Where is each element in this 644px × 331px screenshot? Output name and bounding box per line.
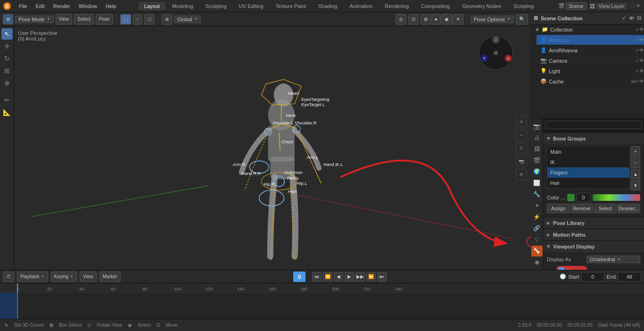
workspace-texture-paint[interactable]: Texture Paint bbox=[270, 2, 312, 10]
workspace-compositing[interactable]: Compositing bbox=[415, 2, 455, 10]
output-props-icon[interactable]: 🖨 bbox=[531, 132, 543, 143]
deselect-btn[interactable]: Deselec... bbox=[618, 204, 640, 213]
select-lasso-btn[interactable]: ◻ bbox=[144, 14, 155, 25]
keying-menu[interactable]: Keying ▼ bbox=[51, 272, 77, 282]
outliner-check-icon[interactable]: ✓ bbox=[622, 15, 626, 21]
transform-btn[interactable]: ⊕ bbox=[162, 14, 172, 25]
3d-viewport[interactable]: EyesTargeting EyeTarget.L Head Neck Shou… bbox=[14, 26, 531, 270]
group-hair[interactable]: Hair bbox=[547, 178, 629, 188]
global-dropdown[interactable]: Global bbox=[174, 16, 201, 23]
zoom-in-btn[interactable]: + bbox=[516, 116, 527, 127]
timeline-view-menu[interactable]: View bbox=[80, 272, 97, 282]
remove-btn[interactable]: Remove bbox=[570, 204, 593, 213]
assign-btn[interactable]: Assign bbox=[547, 204, 570, 213]
pose-library-header[interactable]: ▶ Pose Library bbox=[543, 217, 644, 229]
pose-mode-dropdown[interactable]: Pose Mode bbox=[15, 16, 54, 23]
transform-gizmo[interactable]: ⊕ bbox=[1, 77, 13, 89]
end-frame-input[interactable] bbox=[618, 272, 641, 281]
visible-btn[interactable]: 👁 bbox=[516, 169, 527, 180]
scene-selector[interactable]: Scene bbox=[566, 2, 587, 10]
particles-props-icon[interactable]: ✦ bbox=[531, 200, 543, 211]
move-up-btn[interactable]: ▲ bbox=[631, 169, 640, 179]
color-index-input[interactable]: 0 bbox=[577, 193, 591, 202]
cache-eye[interactable]: 👁 bbox=[639, 79, 644, 84]
jump-start-btn[interactable]: ⏮ bbox=[312, 272, 322, 281]
camera-btn[interactable]: 📷 bbox=[516, 156, 527, 167]
scale-tool[interactable]: ⊞ bbox=[1, 65, 13, 76]
select-btn[interactable]: Select bbox=[594, 204, 617, 213]
armrihanna-check[interactable]: ✓ bbox=[636, 48, 639, 53]
workspace-animation[interactable]: Animation bbox=[344, 2, 378, 10]
viewport-display-header[interactable]: ▶ Viewport Display bbox=[543, 241, 644, 252]
step-forward-btn[interactable]: ▶▶ bbox=[355, 272, 365, 281]
armlucy-eye[interactable]: 👁 bbox=[639, 37, 644, 42]
constraints-props-icon[interactable]: 🔗 bbox=[531, 223, 543, 234]
jump-end-btn[interactable]: ⏭ bbox=[377, 272, 387, 281]
workspace-scripting[interactable]: Scripting bbox=[508, 2, 539, 10]
world-props-icon[interactable]: 🌍 bbox=[531, 166, 543, 177]
menu-window[interactable]: Window bbox=[75, 2, 101, 10]
object-props-icon[interactable]: ⬜ bbox=[531, 177, 543, 188]
workspace-uv-editing[interactable]: UV Editing bbox=[233, 2, 269, 10]
group-ik[interactable]: IK bbox=[547, 157, 629, 167]
armrihanna-row[interactable]: 👤 ArmRihanna ✓ 👁 bbox=[537, 45, 644, 56]
bone-props-icon[interactable]: 🦴 bbox=[531, 246, 543, 257]
armrihanna-eye[interactable]: 👁 bbox=[639, 48, 644, 53]
pose-options-dropdown[interactable]: Pose Options bbox=[471, 16, 514, 23]
workspace-geometry-nodes[interactable]: Geometry Nodes bbox=[456, 2, 507, 10]
workspace-rendering[interactable]: Rendering bbox=[379, 2, 414, 10]
menu-render[interactable]: Render bbox=[50, 2, 74, 10]
viewport-overlays-btn[interactable]: ◎ bbox=[396, 14, 406, 25]
frame-forward-btn[interactable]: ⏩ bbox=[366, 272, 376, 281]
material-props-icon[interactable]: ◉ bbox=[531, 257, 543, 268]
workspace-modeling[interactable]: Modeling bbox=[166, 2, 199, 10]
wireframe-btn[interactable]: ⊞ bbox=[421, 14, 431, 25]
render-props-icon[interactable]: 📷 bbox=[531, 121, 543, 132]
current-frame-display[interactable]: 0 bbox=[293, 272, 305, 282]
annotate-tool[interactable]: ✏ bbox=[1, 94, 13, 106]
remove-group-btn[interactable]: − bbox=[631, 157, 640, 168]
step-back-btn[interactable]: ◀ bbox=[334, 272, 343, 281]
group-fingers[interactable]: Fingers bbox=[547, 167, 629, 178]
frame-back-btn[interactable]: ⏪ bbox=[323, 272, 332, 281]
playback-menu[interactable]: Playback ▼ bbox=[17, 272, 48, 282]
outliner-filter-icon[interactable]: ⊟ bbox=[637, 15, 641, 21]
bone-groups-header[interactable]: ▶ Bone Groups bbox=[543, 133, 644, 144]
camera-check[interactable]: ✓ bbox=[636, 58, 639, 63]
rotate-tool[interactable]: ↻ bbox=[1, 53, 13, 64]
collection-row[interactable]: ▼ 📁 Collection ✓ 👁 bbox=[531, 25, 644, 35]
light-check[interactable]: ✓ bbox=[636, 68, 639, 74]
menu-help[interactable]: Help bbox=[102, 2, 120, 10]
timeline-editor-type[interactable]: ⏱ bbox=[3, 272, 14, 282]
select-box-btn[interactable]: ⬚ bbox=[120, 14, 131, 25]
marker-menu[interactable]: Marker bbox=[99, 272, 121, 282]
scene-props-icon[interactable]: 🎬 bbox=[531, 155, 543, 166]
menu-edit[interactable]: Edit bbox=[32, 2, 49, 10]
rendered-btn[interactable]: ☀ bbox=[453, 14, 463, 25]
cache-check[interactable]: ✓ bbox=[636, 79, 639, 84]
measure-tool[interactable]: 📐 bbox=[1, 107, 13, 118]
start-frame-input[interactable] bbox=[581, 272, 604, 281]
color-swatch[interactable] bbox=[567, 194, 575, 201]
group-main[interactable]: Main bbox=[547, 147, 629, 157]
camera-row[interactable]: 📷 Camera ✓ 👁 bbox=[537, 56, 644, 66]
visible-toggle[interactable]: ✓ bbox=[636, 27, 639, 32]
armlucy-row[interactable]: 👤 ArmLucy ✓ 👁 bbox=[537, 35, 644, 45]
armlucy-check[interactable]: ✓ bbox=[636, 37, 639, 42]
select-circle-btn[interactable]: ○ bbox=[133, 14, 142, 25]
camera-eye[interactable]: 👁 bbox=[639, 58, 644, 63]
outliner-eye-icon[interactable]: 👁 bbox=[629, 16, 634, 21]
zoom-out-btn[interactable]: − bbox=[516, 129, 527, 141]
search-header-btn[interactable]: 🔍 bbox=[516, 14, 528, 25]
move-down-btn[interactable]: ▼ bbox=[631, 180, 640, 190]
play-btn[interactable]: ▶ bbox=[345, 272, 354, 281]
motion-paths-header[interactable]: ▶ Motion Paths bbox=[543, 229, 644, 240]
workspace-layout[interactable]: Layout bbox=[139, 2, 165, 10]
props-search-input[interactable] bbox=[545, 121, 642, 129]
data-props-icon[interactable]: ▽ bbox=[531, 234, 543, 245]
add-group-btn[interactable]: + bbox=[631, 146, 640, 157]
view-btn[interactable]: View bbox=[56, 14, 73, 25]
eye-toggle[interactable]: 👁 bbox=[639, 27, 644, 32]
workspace-sculpting[interactable]: Sculpting bbox=[200, 2, 232, 10]
editor-type-btn[interactable]: ⊞ bbox=[3, 14, 13, 25]
